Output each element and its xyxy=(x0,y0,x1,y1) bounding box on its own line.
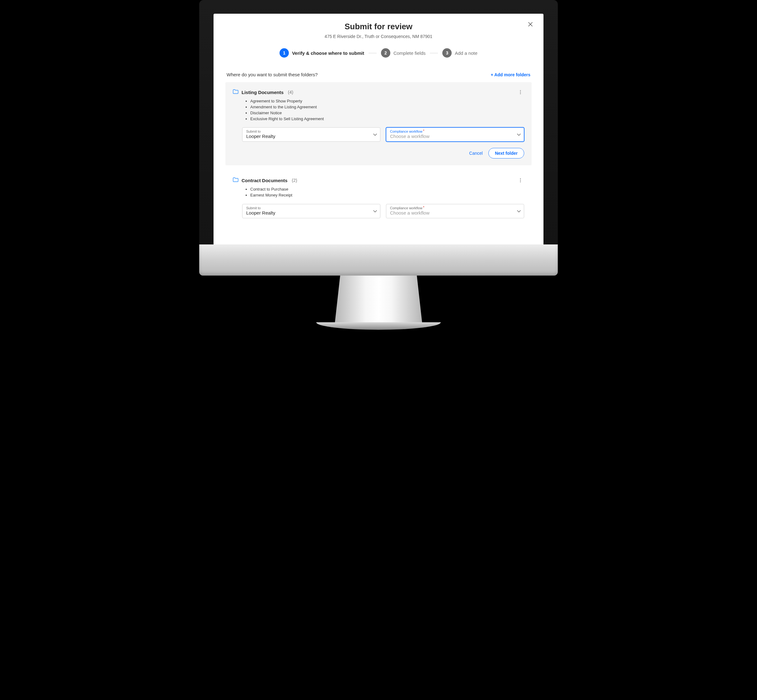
select-label: Submit to xyxy=(246,206,369,210)
folder-count: (2) xyxy=(292,178,297,183)
chevron-down-icon xyxy=(517,132,521,138)
section-header-row: Where do you want to submit these folder… xyxy=(225,72,532,77)
step-label: Add a note xyxy=(455,50,478,56)
chevron-down-icon xyxy=(517,208,521,214)
chevron-down-icon xyxy=(373,208,377,214)
folder-menu-button[interactable] xyxy=(517,177,524,184)
folder-title: Listing Documents xyxy=(242,90,284,95)
svg-point-5 xyxy=(520,181,521,183)
select-placeholder: Choose a workflow xyxy=(390,134,513,139)
folder-card-contract: Contract Documents (2) Contract to Purch… xyxy=(225,170,532,225)
folder-fields-row: Submit to Looper Realty Compliance workf… xyxy=(233,127,524,142)
select-value: Looper Realty xyxy=(246,134,369,139)
folder-icon xyxy=(233,89,239,95)
list-item: Earnest Money Receipt xyxy=(250,192,524,198)
kebab-icon xyxy=(520,178,521,183)
folder-menu-button[interactable] xyxy=(517,88,524,96)
folder-icon xyxy=(233,177,239,183)
required-asterisk: * xyxy=(423,206,424,209)
select-label: Compliance workflow* xyxy=(390,206,513,210)
folder-header: Listing Documents (4) xyxy=(233,88,524,96)
monitor-screen: Submit for review 475 E Riverside Dr., T… xyxy=(199,0,558,244)
folder-count: (4) xyxy=(288,90,293,95)
list-item: Disclaimer Notice xyxy=(250,110,524,116)
folder-card-listing: Listing Documents (4) Agreement to Show … xyxy=(225,82,532,166)
required-asterisk: * xyxy=(423,129,424,133)
chevron-down-icon xyxy=(373,132,377,138)
svg-point-2 xyxy=(520,94,521,94)
compliance-workflow-select[interactable]: Compliance workflow* Choose a workflow xyxy=(386,204,524,218)
close-button[interactable] xyxy=(526,20,535,29)
list-item: Contract to Purchase xyxy=(250,186,524,192)
monitor-stand-foot xyxy=(316,322,441,330)
select-label-text: Compliance workflow xyxy=(390,206,422,210)
next-folder-button[interactable]: Next folder xyxy=(489,148,524,158)
folder-document-list: Contract to Purchase Earnest Money Recei… xyxy=(233,186,524,198)
submit-to-select[interactable]: Submit to Looper Realty xyxy=(242,204,380,218)
folder-fields-row: Submit to Looper Realty Compliance workf… xyxy=(233,204,524,218)
step-label: Verify & choose where to submit xyxy=(292,50,364,56)
select-value: Looper Realty xyxy=(246,210,369,216)
step-bullet: 1 xyxy=(279,48,289,58)
monitor-stand-neck xyxy=(335,276,422,322)
kebab-icon xyxy=(520,90,521,94)
step-divider xyxy=(430,53,438,53)
submit-review-modal: Submit for review 475 E Riverside Dr., T… xyxy=(214,14,543,244)
svg-point-4 xyxy=(520,180,521,181)
step-bullet: 3 xyxy=(442,48,452,58)
select-label: Submit to xyxy=(246,130,369,133)
step-bullet: 2 xyxy=(381,48,390,58)
stepper: 1 Verify & choose where to submit 2 Comp… xyxy=(225,48,532,58)
modal-subtitle: 475 E Riverside Dr., Truth or Consequenc… xyxy=(225,34,532,39)
step-divider xyxy=(368,53,377,53)
add-more-folders-button[interactable]: + Add more folders xyxy=(491,72,531,77)
svg-point-3 xyxy=(520,178,521,180)
folder-document-list: Agreement to Show Property Amendment to … xyxy=(233,98,524,122)
close-icon xyxy=(528,22,533,27)
modal-header: Submit for review 475 E Riverside Dr., T… xyxy=(225,22,532,39)
list-item: Agreement to Show Property xyxy=(250,98,524,104)
folder-card-actions: Cancel Next folder xyxy=(233,148,524,158)
step-1[interactable]: 1 Verify & choose where to submit xyxy=(279,48,364,58)
select-placeholder: Choose a workflow xyxy=(390,210,513,216)
svg-point-0 xyxy=(520,90,521,91)
folder-header: Contract Documents (2) xyxy=(233,177,524,184)
modal-title: Submit for review xyxy=(225,22,532,31)
monitor-frame: Submit for review 475 E Riverside Dr., T… xyxy=(199,0,558,341)
compliance-workflow-select[interactable]: Compliance workflow* Choose a workflow xyxy=(386,127,524,142)
step-label: Complete fields xyxy=(393,50,426,56)
list-item: Exclusive Right to Sell Listing Agreemen… xyxy=(250,116,524,122)
step-3[interactable]: 3 Add a note xyxy=(442,48,478,58)
step-2[interactable]: 2 Complete fields xyxy=(381,48,426,58)
select-label-text: Compliance workflow xyxy=(390,130,422,133)
monitor-chin xyxy=(199,244,558,276)
folder-title: Contract Documents xyxy=(242,178,287,183)
list-item: Amendment to the Listing Agreement xyxy=(250,104,524,110)
cancel-button[interactable]: Cancel xyxy=(469,151,483,156)
svg-point-1 xyxy=(520,92,521,93)
select-label: Compliance workflow* xyxy=(390,130,513,133)
submit-to-select[interactable]: Submit to Looper Realty xyxy=(242,127,380,142)
section-question: Where do you want to submit these folder… xyxy=(226,72,318,77)
